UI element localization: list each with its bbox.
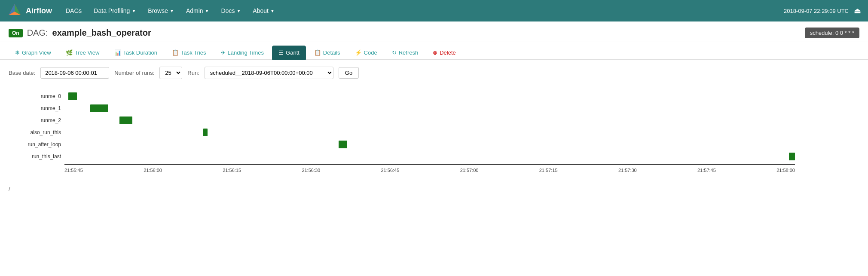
run-label: Run: [187,70,199,76]
nav-right: 2018-09-07 22:29:09 UTC ⏏ [784,6,861,15]
gantt-rows: runme_0runme_1runme_2also_run_thisrun_af… [64,90,859,163]
gantt-row: runme_1 [64,102,859,114]
page-container: On DAG: example_bash_operator schedule: … [0,21,868,276]
gantt-row: run_this_last [64,150,859,163]
gantt-axis-label: 21:57:30 [618,168,637,173]
graph-icon: ❄ [15,49,20,56]
gantt-axis-label: 21:56:45 [381,168,400,173]
gantt-bar[interactable] [339,141,347,148]
gantt-row: runme_0 [64,90,859,102]
nav-about[interactable]: About ▼ [248,4,280,18]
nav-docs[interactable]: Docs ▼ [216,4,246,18]
gantt-axis-label: 21:57:45 [697,168,716,173]
gantt-container: runme_0runme_1runme_2also_run_thisrun_af… [0,86,868,181]
details-icon: 📋 [314,49,321,56]
tab-graph-label: Graph View [22,49,51,56]
delete-icon: ⊗ [433,49,437,56]
dag-header: On DAG: example_bash_operator schedule: … [0,21,868,42]
go-button[interactable]: Go [339,67,359,79]
task-tries-icon: 📋 [172,49,179,56]
gantt-axis-label: 21:55:45 [64,168,83,173]
tab-gantt-label: Gantt [286,49,300,56]
user-icon[interactable]: ⏏ [854,6,861,15]
tabs-bar: ❄ Graph View 🌿 Tree View 📊 Task Duration… [0,42,868,60]
code-icon: ⚡ [355,49,362,56]
navbar: Airflow DAGs Data Profiling ▼ Browse ▼ A… [0,0,868,21]
dag-title-area: On DAG: example_bash_operator [9,28,151,38]
base-date-label: Base date: [9,70,35,76]
nav-data-profiling[interactable]: Data Profiling ▼ [89,4,141,18]
gantt-task-label: runme_1 [9,105,61,111]
gantt-task-label: runme_0 [9,93,61,99]
dag-label: DAG: [27,28,48,38]
num-runs-select[interactable]: 25 [159,67,182,79]
datetime-display: 2018-09-07 22:29:09 UTC [784,8,849,14]
gantt-axis-label: 21:57:15 [539,168,558,173]
gantt-task-label: run_after_loop [9,141,61,147]
tab-task-tries[interactable]: 📋 Task Tries [165,46,213,60]
gantt-axis: 21:55:4521:56:0021:56:1521:56:3021:56:45… [64,164,795,173]
tab-task-tries-label: Task Tries [181,49,206,56]
airflow-logo-icon [7,3,22,18]
tab-landing-times[interactable]: ✈ Landing Times [214,46,271,60]
nav-browse[interactable]: Browse ▼ [143,4,179,18]
controls-bar: Base date: Number of runs: 25 Run: sched… [0,60,868,86]
gantt-axis-label: 21:56:00 [144,168,162,173]
gantt-task-label: run_this_last [9,153,61,159]
base-date-input[interactable] [40,67,109,79]
tab-task-duration-label: Task Duration [123,49,157,56]
tab-refresh-label: Refresh [399,49,419,56]
gantt-row: run_after_loop [64,138,859,150]
num-runs-label: Number of runs: [114,70,154,76]
footer: / [0,181,868,196]
tab-refresh[interactable]: ↻ Refresh [385,46,425,60]
run-select[interactable]: scheduled__2018-09-06T00:00:00+00:00 [205,67,333,79]
tab-graph-view[interactable]: ❄ Graph View [9,46,58,60]
gantt-task-label: runme_2 [9,117,61,123]
footer-text: / [9,186,10,192]
gantt-axis-label: 21:58:00 [776,168,795,173]
gantt-axis-label: 21:56:15 [223,168,241,173]
tab-gantt[interactable]: ☰ Gantt [272,46,306,60]
gantt-bar[interactable] [789,153,795,160]
tab-code-label: Code [364,49,377,56]
gantt-axis-label: 21:57:00 [460,168,479,173]
nav-dags[interactable]: DAGs [61,4,87,18]
tab-landing-label: Landing Times [228,49,264,56]
gantt-row: also_run_this [64,126,859,138]
refresh-icon: ↻ [392,49,397,56]
brand-name: Airflow [26,6,52,15]
tab-code[interactable]: ⚡ Code [348,46,384,60]
gantt-chart-area: runme_0runme_1runme_2also_run_thisrun_af… [64,90,859,173]
tab-details[interactable]: 📋 Details [308,46,347,60]
tab-delete-label: Delete [440,49,456,56]
brand: Airflow [7,3,52,18]
gantt-icon: ☰ [278,49,284,56]
tab-tree-label: Tree View [75,49,100,56]
nav-admin[interactable]: Admin ▼ [181,4,214,18]
dag-name: example_bash_operator [52,28,151,38]
on-badge[interactable]: On [9,29,23,37]
gantt-task-label: also_run_this [9,129,61,135]
schedule-badge: schedule: 0 0 * * * [805,28,859,38]
gantt-axis-label: 21:56:30 [302,168,320,173]
tab-details-label: Details [323,49,340,56]
nav-items: DAGs Data Profiling ▼ Browse ▼ Admin ▼ D… [61,4,784,18]
tree-icon: 🌿 [66,49,73,56]
gantt-bar[interactable] [68,92,77,100]
gantt-bar[interactable] [90,104,109,112]
plane-icon: ✈ [221,49,226,56]
gantt-bar[interactable] [203,129,208,136]
gantt-row: runme_2 [64,114,859,126]
gantt-bar[interactable] [119,117,133,124]
tab-delete[interactable]: ⊗ Delete [426,46,462,60]
tab-tree-view[interactable]: 🌿 Tree View [59,46,106,60]
bar-chart-icon: 📊 [114,49,121,56]
tab-task-duration[interactable]: 📊 Task Duration [108,46,164,60]
